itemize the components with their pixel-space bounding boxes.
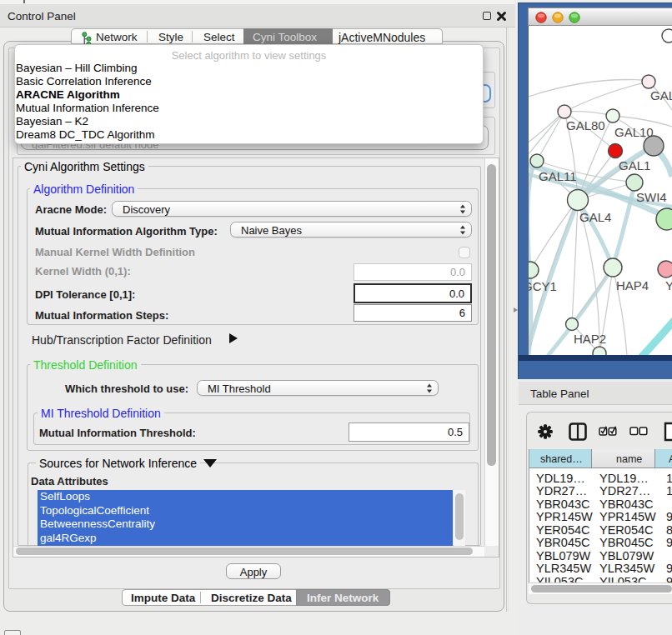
svg-text:GAL1: GAL1 — [619, 158, 650, 172]
svg-text:GAL11: GAL11 — [539, 169, 577, 183]
svg-text:YM: YM — [665, 278, 672, 292]
svg-text:GCY1: GCY1 — [529, 279, 557, 293]
svg-text:SWI4: SWI4 — [636, 190, 667, 204]
svg-text:GAL80: GAL80 — [650, 88, 672, 102]
svg-text:GAL4: GAL4 — [579, 210, 611, 224]
svg-text:GAL10: GAL10 — [614, 125, 654, 139]
svg-text:HAP2: HAP2 — [574, 332, 606, 346]
svg-text:HAP4: HAP4 — [616, 278, 649, 292]
svg-text:GAL80: GAL80 — [566, 118, 605, 132]
